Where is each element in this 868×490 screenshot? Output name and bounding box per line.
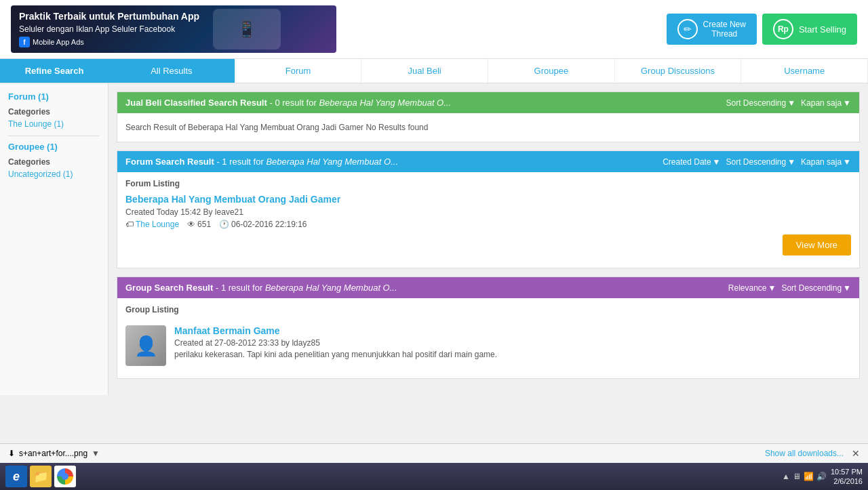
forum-date: 06-02-2016 22:19:16 <box>231 220 307 229</box>
tab-group-discussions[interactable]: Group Discussions <box>615 59 742 83</box>
sidebar-forum-title: Forum (1) <box>8 91 100 102</box>
pencil-icon: ✏ <box>677 19 698 39</box>
views-icon: 👁 <box>187 220 195 229</box>
forum-body: Forum Listing Beberapa Hal Yang Membuat … <box>117 172 859 268</box>
tab-jual-beli[interactable]: Jual Beli <box>361 59 488 83</box>
group-controls: Relevance ▼ Sort Descending ▼ <box>728 283 851 293</box>
ad-fb-badge: f Mobile App Ads <box>19 37 199 47</box>
group-sort-descending[interactable]: Sort Descending ▼ <box>781 283 851 293</box>
create-thread-button[interactable]: ✏ Create New Thread <box>667 14 757 45</box>
sidebar-forum-categories-label: Categories <box>8 107 100 117</box>
rp-icon: Rp <box>773 19 793 39</box>
clock-icon: 🕐 <box>219 220 229 229</box>
forum-views-item: 👁 651 <box>187 220 211 229</box>
jualbeli-header-title: Jual Beli Classified Search Result - 0 r… <box>125 98 451 108</box>
sidebar-forum-the-lounge[interactable]: The Lounge (1) <box>8 118 100 130</box>
ad-text: Praktik Terbaik untuk Pertumbuhan App Se… <box>19 11 199 47</box>
jualbeli-section: Jual Beli Classified Search Result - 0 r… <box>117 91 860 142</box>
ad-banner: Praktik Terbaik untuk Pertumbuhan App Se… <box>0 0 868 59</box>
jualbeli-kapan-saja[interactable]: Kapan saja ▼ <box>801 98 851 108</box>
tab-forum[interactable]: Forum <box>235 59 362 83</box>
forum-listing-meta: Created Today 15:42 By leave21 <box>125 207 851 217</box>
nav-tabs: Refine Search All Results Forum Jual Bel… <box>0 59 868 83</box>
jualbeli-body: Search Result of Beberapa Hal Yang Membu… <box>117 113 859 142</box>
tag-icon: 🏷 <box>125 220 134 229</box>
content-area: Jual Beli Classified Search Result - 0 r… <box>108 83 868 395</box>
group-info-meta: Created at 27-08-2012 23:33 by ldayz85 <box>174 338 497 348</box>
forum-kapan-saja[interactable]: Kapan saja ▼ <box>801 157 851 167</box>
tab-groupee[interactable]: Groupee <box>488 59 615 83</box>
group-section: Group Search Result - 1 result for Beber… <box>117 277 860 379</box>
group-header: Group Search Result - 1 result for Beber… <box>117 277 859 298</box>
ad-left: Praktik Terbaik untuk Pertumbuhan App Se… <box>11 5 336 53</box>
forum-sublabel: Forum Listing <box>125 179 851 188</box>
sidebar: Forum (1) Categories The Lounge (1) Grou… <box>0 83 108 395</box>
forum-date-item: 🕐 06-02-2016 22:19:16 <box>219 220 307 229</box>
sidebar-divider <box>8 136 100 136</box>
clearfix: View More <box>125 229 851 261</box>
group-info-title[interactable]: Manfaat Bermain Game <box>174 325 497 336</box>
jualbeli-no-results: Search Result of Beberapa Hal Yang Membu… <box>125 120 851 135</box>
ad-phone-graphic: 📱 <box>213 9 281 49</box>
start-selling-button[interactable]: Rp Start Selling <box>762 14 857 45</box>
refine-search-button[interactable]: Refine Search <box>0 59 108 83</box>
sidebar-groupee-uncategorized[interactable]: Uncategorized (1) <box>8 168 100 180</box>
forum-tag-item: 🏷 The Lounge <box>125 220 179 229</box>
forum-created-date[interactable]: Created Date ▼ <box>663 157 720 167</box>
group-header-title: Group Search Result - 1 result for Beber… <box>125 283 397 293</box>
tab-username[interactable]: Username <box>741 59 868 83</box>
sidebar-groupee-categories-label: Categories <box>8 157 100 167</box>
ad-image[interactable]: Praktik Terbaik untuk Pertumbuhan App Se… <box>11 5 336 53</box>
group-list-item: 👤 Manfaat Bermain Game Created at 27-08-… <box>125 320 851 371</box>
main-layout: Forum (1) Categories The Lounge (1) Grou… <box>0 83 868 395</box>
view-more-button[interactable]: View More <box>783 234 851 256</box>
forum-views: 651 <box>197 220 211 229</box>
forum-section: Forum Search Result - 1 result for Beber… <box>117 150 860 268</box>
forum-listing-title[interactable]: Beberapa Hal Yang Membuat Orang Jadi Gam… <box>125 194 851 205</box>
forum-header: Forum Search Result - 1 result for Beber… <box>117 151 859 172</box>
forum-sort-descending[interactable]: Sort Descending ▼ <box>726 157 795 167</box>
jualbeli-sort-descending[interactable]: Sort Descending ▼ <box>726 98 795 108</box>
forum-controls: Created Date ▼ Sort Descending ▼ Kapan s… <box>663 157 851 167</box>
tab-all-results[interactable]: All Results <box>108 59 235 83</box>
facebook-icon: f <box>19 37 30 47</box>
sidebar-groupee-title: Groupee (1) <box>8 142 100 152</box>
forum-listing-tags: 🏷 The Lounge 👁 651 🕐 06-02-2016 22:19:16 <box>125 220 851 229</box>
jualbeli-header: Jual Beli Classified Search Result - 0 r… <box>117 92 859 113</box>
group-relevance[interactable]: Relevance ▼ <box>728 283 776 293</box>
group-body: Group Listing 👤 Manfaat Bermain Game Cre… <box>117 298 859 378</box>
group-avatar: 👤 <box>125 325 166 366</box>
forum-tag-label[interactable]: The Lounge <box>136 220 179 229</box>
group-info: Manfaat Bermain Game Created at 27-08-20… <box>174 325 497 359</box>
ad-buttons: ✏ Create New Thread Rp Start Selling <box>667 14 857 45</box>
forum-header-title: Forum Search Result - 1 result for Beber… <box>125 157 398 167</box>
group-info-desc: perilaku kekerasan. Tapi kini ada peneli… <box>174 350 497 359</box>
group-sublabel: Group Listing <box>125 305 851 314</box>
jualbeli-controls: Sort Descending ▼ Kapan saja ▼ <box>726 98 851 108</box>
